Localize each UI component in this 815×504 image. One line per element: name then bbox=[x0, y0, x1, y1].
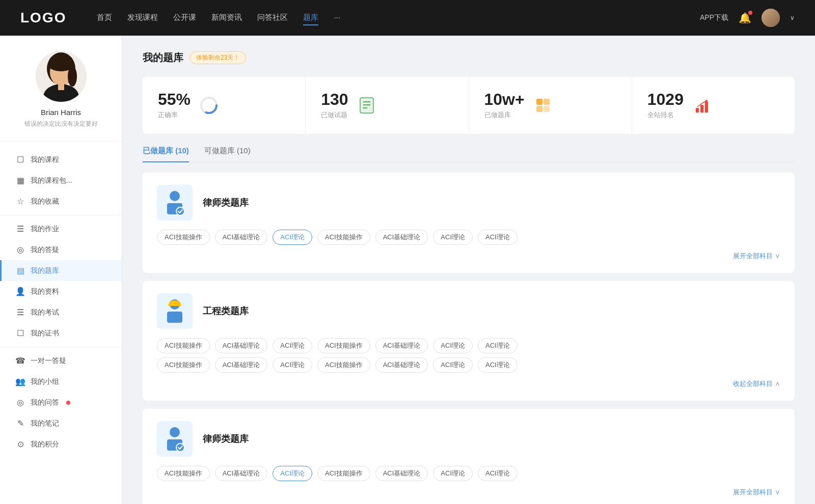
stat-accuracy-label: 正确率 bbox=[158, 110, 191, 120]
tag-2-5[interactable]: ACI基础理论 bbox=[375, 338, 428, 353]
tag-2-r2-7[interactable]: ACI理论 bbox=[478, 357, 518, 373]
sidebar-item-my-course[interactable]: ☐ 我的课程 bbox=[0, 149, 122, 170]
tag-1-1[interactable]: ACI技能操作 bbox=[157, 230, 210, 245]
tag-3-5[interactable]: ACI基础理论 bbox=[375, 466, 428, 481]
notes-icon: ✎ bbox=[15, 418, 25, 428]
nav-link-qbank[interactable]: 题库 bbox=[303, 11, 318, 25]
tab-done-banks[interactable]: 已做题库 (10) bbox=[143, 146, 189, 162]
sidebar-item-label: 我的课程包... bbox=[31, 176, 72, 185]
tag-2-3[interactable]: ACI理论 bbox=[273, 338, 312, 353]
stat-done-questions-text: 130 已做试题 bbox=[321, 91, 348, 120]
stat-rank-text: 1029 全站排名 bbox=[647, 91, 684, 120]
tag-1-5[interactable]: ACI基础理论 bbox=[375, 230, 428, 245]
navbar: LOGO 首页 发现课程 公开课 新闻资讯 问答社区 题库 ··· APP下载 … bbox=[0, 0, 815, 36]
sidebar-item-certificate[interactable]: ☐ 我的证书 bbox=[0, 323, 122, 344]
notification-bell[interactable]: 🔔 bbox=[739, 12, 751, 24]
tag-2-r2-3[interactable]: ACI理论 bbox=[273, 357, 312, 373]
sidebar-user-motto: 错误的决定比没有决定要好 bbox=[10, 120, 112, 128]
sidebar-item-exam[interactable]: ☰ 我的考试 bbox=[0, 302, 122, 323]
sidebar-item-qbank[interactable]: ▤ 我的题库 bbox=[0, 260, 122, 281]
qbank-icon-lawyer-2 bbox=[157, 421, 193, 457]
main-content: 我的题库 体验剩余23天！ 55% 正确率 bbox=[122, 36, 815, 504]
sidebar-item-my-qa[interactable]: ◎ 我的问答 bbox=[0, 392, 122, 413]
expand-link-3[interactable]: 展开全部科目 ∨ bbox=[733, 488, 780, 496]
stat-done-questions-value: 130 bbox=[321, 91, 348, 107]
svg-point-6 bbox=[68, 66, 77, 87]
tag-3-7[interactable]: ACI理论 bbox=[478, 466, 518, 481]
exam-icon: ☰ bbox=[15, 307, 25, 317]
qbank-title-3: 律师类题库 bbox=[203, 433, 249, 445]
sidebar-profile: Brian Harris 错误的决定比没有决定要好 bbox=[0, 51, 122, 142]
qbank-footer-1: 展开全部科目 ∨ bbox=[157, 251, 780, 261]
sidebar-item-1on1[interactable]: ☎ 一对一答疑 bbox=[0, 350, 122, 371]
sidebar-item-course-pkg[interactable]: ▦ 我的课程包... bbox=[0, 170, 122, 191]
qbank-card-3: 律师类题库 ACI技能操作 ACI基础理论 ACI理论 ACI技能操作 ACI基… bbox=[143, 409, 795, 504]
user-menu-chevron[interactable]: ∨ bbox=[790, 14, 795, 21]
tag-1-3[interactable]: ACI理论 bbox=[273, 230, 312, 245]
tag-2-6[interactable]: ACI理论 bbox=[433, 338, 473, 353]
tag-2-4[interactable]: ACI技能操作 bbox=[317, 338, 370, 353]
tag-2-7[interactable]: ACI理论 bbox=[478, 338, 518, 353]
tag-3-3[interactable]: ACI理论 bbox=[273, 466, 312, 481]
expand-link-1[interactable]: 展开全部科目 ∨ bbox=[733, 252, 780, 260]
tag-3-1[interactable]: ACI技能操作 bbox=[157, 466, 210, 481]
sidebar-item-label: 我的小组 bbox=[31, 377, 59, 386]
svg-point-24 bbox=[176, 207, 184, 215]
tag-2-r2-1[interactable]: ACI技能操作 bbox=[157, 357, 210, 373]
nav-link-more[interactable]: ··· bbox=[334, 11, 340, 25]
tag-2-1[interactable]: ACI技能操作 bbox=[157, 338, 210, 353]
tag-3-6[interactable]: ACI理论 bbox=[433, 466, 473, 481]
nav-link-discover[interactable]: 发现课程 bbox=[127, 11, 158, 25]
tag-1-4[interactable]: ACI技能操作 bbox=[317, 230, 370, 245]
tag-2-r2-4[interactable]: ACI技能操作 bbox=[317, 357, 370, 373]
qbank-tags-2-row1: ACI技能操作 ACI基础理论 ACI理论 ACI技能操作 ACI基础理论 AC… bbox=[157, 338, 780, 353]
sidebar-item-notes[interactable]: ✎ 我的笔记 bbox=[0, 413, 122, 434]
app-download-link[interactable]: APP下载 bbox=[700, 13, 728, 22]
nav-links: 首页 发现课程 公开课 新闻资讯 问答社区 题库 ··· bbox=[97, 11, 700, 25]
sidebar-item-label: 我的课程 bbox=[31, 155, 59, 164]
tag-1-6[interactable]: ACI理论 bbox=[433, 230, 473, 245]
svg-rect-19 bbox=[700, 105, 703, 113]
tag-2-r2-6[interactable]: ACI理论 bbox=[433, 357, 473, 373]
nav-link-news[interactable]: 新闻资讯 bbox=[211, 11, 242, 25]
sidebar-item-label: 一对一答疑 bbox=[31, 356, 66, 366]
tag-1-2[interactable]: ACI基础理论 bbox=[215, 230, 268, 245]
tab-available-banks[interactable]: 可做题库 (10) bbox=[204, 146, 251, 162]
tag-2-r2-2[interactable]: ACI基础理论 bbox=[215, 357, 268, 373]
expand-link-2[interactable]: 收起全部科目 ∧ bbox=[733, 380, 780, 387]
user-avatar[interactable] bbox=[762, 9, 780, 27]
svg-point-28 bbox=[170, 427, 180, 437]
svg-rect-26 bbox=[167, 312, 182, 323]
tag-2-r2-5[interactable]: ACI基础理论 bbox=[375, 357, 428, 373]
stat-done-questions: 130 已做试题 bbox=[306, 77, 469, 134]
sidebar-divider-2 bbox=[0, 347, 122, 347]
nav-right: APP下载 🔔 ∨ bbox=[700, 9, 795, 27]
sidebar-item-qa-mine[interactable]: ◎ 我的答疑 bbox=[0, 239, 122, 260]
stat-done-banks-text: 10w+ 已做题库 bbox=[484, 91, 525, 120]
qbank-title-2: 工程类题库 bbox=[203, 305, 249, 317]
tag-3-2[interactable]: ACI基础理论 bbox=[215, 466, 268, 481]
sidebar-item-label: 我的积分 bbox=[31, 440, 59, 449]
tag-3-4[interactable]: ACI技能操作 bbox=[317, 466, 370, 481]
banks-svg bbox=[534, 97, 552, 114]
sidebar-item-points[interactable]: ⊙ 我的积分 bbox=[0, 434, 122, 455]
points-icon: ⊙ bbox=[15, 439, 25, 449]
qbank-tags-3: ACI技能操作 ACI基础理论 ACI理论 ACI技能操作 ACI基础理论 AC… bbox=[157, 466, 780, 481]
profile-icon: 👤 bbox=[15, 287, 25, 296]
page-layout: Brian Harris 错误的决定比没有决定要好 ☐ 我的课程 ▦ 我的课程包… bbox=[0, 36, 815, 504]
svg-point-22 bbox=[170, 191, 180, 201]
tag-1-7[interactable]: ACI理论 bbox=[478, 230, 518, 245]
tag-2-2[interactable]: ACI基础理论 bbox=[215, 338, 268, 353]
sidebar-avatar bbox=[36, 51, 87, 102]
nav-link-home[interactable]: 首页 bbox=[97, 11, 112, 25]
svg-rect-20 bbox=[705, 102, 708, 113]
done-questions-icon bbox=[357, 95, 377, 116]
sidebar-item-favorites[interactable]: ☆ 我的收藏 bbox=[0, 191, 122, 212]
sidebar-item-profile[interactable]: 👤 我的资料 bbox=[0, 281, 122, 302]
nav-link-qa[interactable]: 问答社区 bbox=[257, 11, 288, 25]
sidebar-item-homework[interactable]: ☰ 我的作业 bbox=[0, 218, 122, 239]
stat-done-banks: 10w+ 已做题库 bbox=[469, 77, 632, 134]
nav-link-open-course[interactable]: 公开课 bbox=[173, 11, 196, 25]
sidebar-item-group[interactable]: 👥 我的小组 bbox=[0, 371, 122, 392]
svg-rect-17 bbox=[544, 106, 550, 112]
